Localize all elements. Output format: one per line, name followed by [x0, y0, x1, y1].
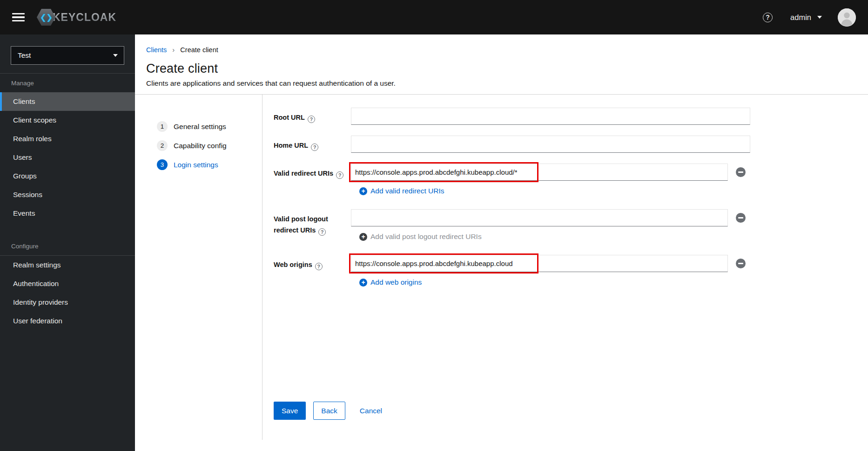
remove-post-logout-uri-icon[interactable]	[736, 213, 746, 223]
breadcrumb: Clients › Create client	[146, 46, 854, 54]
help-icon[interactable]: ?	[308, 116, 315, 123]
add-valid-post-logout-redirect-uris-button[interactable]: + Add valid post logout redirect URIs	[359, 232, 482, 241]
wizard-step-general-settings[interactable]: 1 General settings	[157, 121, 226, 132]
save-button[interactable]: Save	[274, 402, 306, 420]
sidebar-item-identity-providers[interactable]: Identity providers	[0, 293, 135, 312]
chevron-down-icon	[113, 54, 118, 57]
plus-icon: +	[359, 233, 367, 241]
masthead: ❮❯ KEYCLOAK ? admin	[0, 0, 868, 34]
cancel-button[interactable]: Cancel	[360, 402, 382, 420]
main-content: Clients › Create client Create client Cl…	[135, 34, 868, 451]
user-name: admin	[790, 13, 811, 22]
valid-redirect-uris-label: Valid redirect URIs	[274, 170, 333, 177]
sidebar: Test Manage Clients Client scopes Realm …	[0, 34, 135, 451]
step-number: 3	[157, 159, 168, 170]
step-label: General settings	[174, 123, 226, 131]
breadcrumb-current: Create client	[180, 46, 218, 54]
sidebar-item-authentication[interactable]: Authentication	[0, 274, 135, 293]
wizard-step-capability-config[interactable]: 2 Capability config	[157, 140, 227, 151]
help-icon[interactable]: ?	[763, 13, 773, 22]
sidebar-item-users[interactable]: Users	[0, 148, 135, 167]
manage-nav: Clients Client scopes Realm roles Users …	[0, 92, 135, 223]
sidebar-item-groups[interactable]: Groups	[0, 167, 135, 185]
step-label: Capability config	[174, 142, 227, 150]
web-origins-input[interactable]	[351, 255, 728, 272]
sidebar-item-realm-roles[interactable]: Realm roles	[0, 130, 135, 148]
plus-icon: +	[359, 187, 367, 195]
remove-redirect-uri-icon[interactable]	[736, 167, 746, 177]
home-url-input[interactable]	[351, 136, 750, 153]
add-valid-redirect-uris-button[interactable]: + Add valid redirect URIs	[359, 187, 444, 195]
nav-section-configure: Configure	[0, 237, 135, 255]
breadcrumb-link-clients[interactable]: Clients	[146, 46, 167, 54]
realm-select-value: Test	[18, 51, 31, 60]
root-url-label: Root URL	[274, 114, 305, 121]
avatar-icon	[838, 8, 856, 27]
user-menu-dropdown[interactable]: admin	[790, 13, 822, 22]
configure-nav: Realm settings Authentication Identity p…	[0, 256, 135, 330]
wizard-step-login-settings[interactable]: 3 Login settings	[157, 159, 218, 170]
realm-select[interactable]: Test	[11, 46, 124, 65]
add-web-origins-label: Add web origins	[370, 278, 422, 287]
plus-icon: +	[359, 279, 367, 287]
sidebar-item-clients[interactable]: Clients	[0, 92, 135, 111]
nav-section-manage: Manage	[0, 74, 135, 92]
sidebar-item-realm-settings[interactable]: Realm settings	[0, 256, 135, 274]
page-subtitle: Clients are applications and services th…	[146, 79, 854, 88]
login-settings-form: Root URL? Home URL?	[262, 95, 750, 440]
sidebar-item-events[interactable]: Events	[0, 204, 135, 223]
keycloak-logo-text: KEYCLOAK	[53, 11, 116, 24]
help-icon[interactable]: ?	[311, 144, 318, 151]
sidebar-item-user-federation[interactable]: User federation	[0, 312, 135, 330]
step-number: 2	[157, 140, 168, 151]
step-label: Login settings	[174, 161, 218, 169]
breadcrumb-separator-icon: ›	[172, 46, 175, 54]
web-origins-label: Web origins	[274, 261, 312, 268]
back-button[interactable]: Back	[313, 402, 345, 420]
root-url-input[interactable]	[351, 108, 750, 125]
wizard-nav: 1 General settings 2 Capability config 3…	[135, 95, 262, 440]
sidebar-item-client-scopes[interactable]: Client scopes	[0, 111, 135, 130]
avatar[interactable]	[838, 8, 856, 27]
step-number: 1	[157, 121, 168, 132]
valid-redirect-uris-input[interactable]	[351, 164, 728, 181]
hamburger-menu-icon[interactable]	[12, 13, 25, 22]
add-web-origins-button[interactable]: + Add web origins	[359, 278, 422, 287]
add-valid-redirect-uris-label: Add valid redirect URIs	[370, 187, 444, 195]
form-actions: Save Back Cancel	[274, 402, 750, 420]
home-url-label: Home URL	[274, 142, 308, 149]
chevron-down-icon	[817, 16, 822, 19]
help-icon[interactable]: ?	[315, 263, 323, 270]
help-icon[interactable]: ?	[318, 228, 326, 236]
sidebar-item-sessions[interactable]: Sessions	[0, 185, 135, 204]
page-title: Create client	[146, 62, 854, 76]
add-valid-post-logout-redirect-uris-label: Add valid post logout redirect URIs	[370, 232, 482, 241]
help-icon[interactable]: ?	[336, 171, 343, 179]
keycloak-logo: ❮❯ KEYCLOAK	[37, 9, 116, 26]
remove-web-origin-icon[interactable]	[736, 259, 746, 268]
valid-post-logout-redirect-uris-input[interactable]	[351, 209, 728, 226]
